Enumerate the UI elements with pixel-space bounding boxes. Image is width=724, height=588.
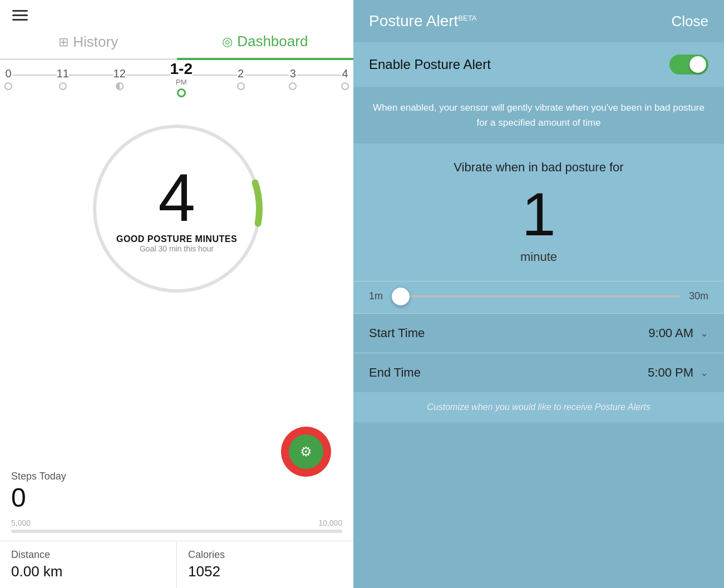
chevron-down-icon: ⌄ <box>700 327 708 339</box>
toggle-thumb <box>689 56 706 73</box>
tl-dot-1 <box>59 82 67 90</box>
customize-note-text: Customize when you would like to receive… <box>427 402 650 412</box>
start-time-value: 9:00 AM <box>648 326 693 340</box>
gauge-label: GOOD POSTURE MINUTES <box>116 234 237 244</box>
vibrate-section: Vibrate when in bad posture for 1 minute <box>353 144 724 281</box>
steps-value: 0 <box>11 482 342 513</box>
vibrate-title: Vibrate when in bad posture for <box>369 160 708 175</box>
close-button[interactable]: Close <box>672 13 708 30</box>
slider-section: 1m 30m <box>353 281 724 313</box>
gauge-sublabel: Goal 30 min this hour <box>116 244 237 253</box>
menu-button[interactable] <box>12 10 28 21</box>
tab-history-label: History <box>73 33 118 51</box>
progress-min: 5,000 <box>11 518 31 527</box>
calories-value: 1052 <box>188 563 342 580</box>
history-icon: ⊞ <box>58 35 68 50</box>
tl-seg-5 <box>245 75 289 76</box>
fab-container[interactable]: ⚙ <box>281 427 331 477</box>
enable-label: Enable Posture Alert <box>369 57 491 72</box>
slider-max-label: 30m <box>689 290 708 302</box>
gauge-value: 4 <box>116 164 237 231</box>
tl-item-2: 12 <box>114 67 126 90</box>
slider-track <box>392 295 680 298</box>
gauge-center: 4 GOOD POSTURE MINUTES Goal 30 min this … <box>116 164 237 253</box>
tl-dot-0 <box>4 82 12 90</box>
progress-bar-container <box>11 530 342 533</box>
progress-labels: 5,000 10,000 <box>0 518 353 527</box>
dashboard-icon: ◎ <box>222 34 233 49</box>
stat-distance: Distance 0.00 km <box>0 541 177 588</box>
right-header: Posture AlertBETA Close <box>353 0 724 42</box>
sensor-icon: ⚙ <box>300 444 312 459</box>
end-time-value: 5:00 PM <box>648 365 693 380</box>
enable-row: Enable Posture Alert <box>353 42 724 87</box>
tl-dot-5 <box>289 82 297 90</box>
slider-min-label: 1m <box>369 290 383 302</box>
description-box: When enabled, your sensor will gently vi… <box>353 87 724 144</box>
tl-item-3: 1-2 PM <box>170 60 193 97</box>
enable-toggle[interactable] <box>669 55 708 75</box>
left-panel: ⊞ History ◎ Dashboard 0 11 12 1-2 PM <box>0 0 353 588</box>
start-time-row[interactable]: Start Time 9:00 AM ⌄ <box>353 313 724 353</box>
posture-alert-title: Posture AlertBETA <box>369 12 476 30</box>
tab-dashboard[interactable]: ◎ Dashboard <box>177 33 354 60</box>
customize-note: Customize when you would like to receive… <box>353 392 724 422</box>
tl-dot-2 <box>116 82 124 90</box>
tl-item-6: 4 <box>341 67 349 90</box>
description-text: When enabled, your sensor will gently vi… <box>373 102 705 128</box>
tl-item-1: 11 <box>57 67 69 90</box>
tl-seg-1 <box>12 75 57 76</box>
distance-label: Distance <box>11 549 165 561</box>
timeline: 0 11 12 1-2 PM 2 3 <box>0 60 353 97</box>
tl-dot-3 <box>177 88 186 97</box>
chevron-down-icon-2: ⌄ <box>700 367 708 379</box>
progress-max: 10,000 <box>318 518 342 527</box>
tab-bar: ⊞ History ◎ Dashboard <box>0 0 353 60</box>
tl-seg-3 <box>126 75 170 76</box>
end-time-label: End Time <box>369 365 421 380</box>
slider-thumb[interactable] <box>392 288 410 305</box>
vibrate-value: 1 <box>369 180 708 248</box>
stats-row: Distance 0.00 km Calories 1052 <box>0 541 353 588</box>
tl-dot-4 <box>237 82 245 90</box>
distance-value: 0.00 km <box>11 563 165 580</box>
tab-history[interactable]: ⊞ History <box>0 33 177 60</box>
stat-calories: Calories 1052 <box>177 541 353 588</box>
tl-dot-6 <box>341 82 349 90</box>
tl-seg-2 <box>69 75 114 76</box>
tl-seg-6 <box>297 75 341 76</box>
calories-label: Calories <box>188 549 342 561</box>
tab-dashboard-label: Dashboard <box>237 33 308 50</box>
right-panel: Posture AlertBETA Close Enable Posture A… <box>353 0 724 588</box>
fab-outer-ring: ⚙ <box>281 427 331 477</box>
tl-seg-4 <box>193 75 237 76</box>
gauge-container: 4 GOOD POSTURE MINUTES Goal 30 min this … <box>0 114 353 303</box>
end-time-row[interactable]: End Time 5:00 PM ⌄ <box>353 353 724 392</box>
tl-item-5: 3 <box>289 67 297 90</box>
vibrate-unit: minute <box>369 250 708 264</box>
start-time-label: Start Time <box>369 326 425 340</box>
tl-item-4: 2 <box>237 67 245 90</box>
tl-item-0: 0 <box>4 67 12 90</box>
fab-button[interactable]: ⚙ <box>289 434 323 469</box>
end-time-value-group: 5:00 PM ⌄ <box>648 365 708 380</box>
start-time-value-group: 9:00 AM ⌄ <box>648 326 708 340</box>
